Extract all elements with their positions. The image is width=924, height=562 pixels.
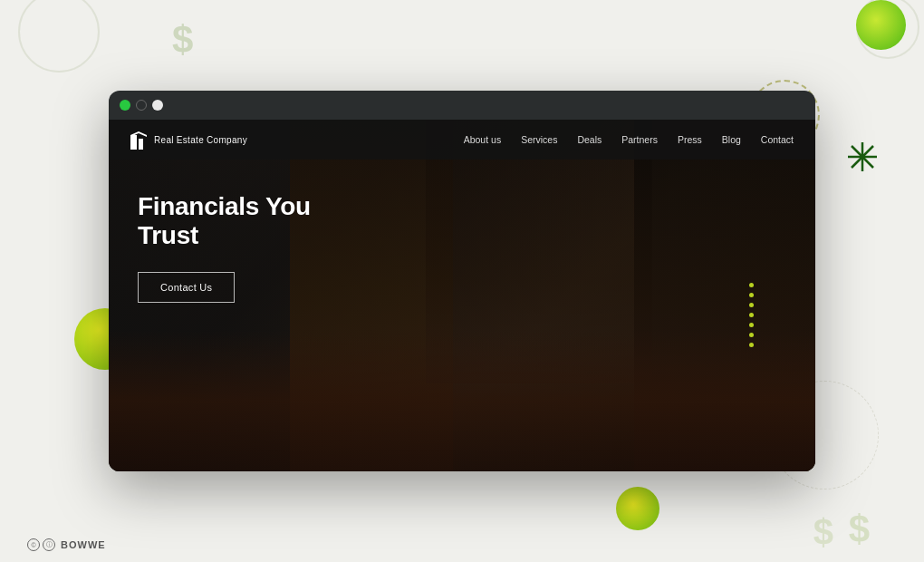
browser-chrome xyxy=(109,91,815,120)
nav-contact[interactable]: Contact xyxy=(761,134,794,145)
navbar: Real Estate Company About us Services De… xyxy=(109,120,815,160)
nav-press[interactable]: Press xyxy=(678,134,702,145)
dot-4 xyxy=(749,313,754,317)
dollar-sign-3: $ xyxy=(813,512,833,553)
dollar-sign-2: $ xyxy=(849,508,870,551)
dot-2 xyxy=(749,293,754,297)
hero-content: Financials You Trust Contact Us xyxy=(138,192,311,303)
dot-5 xyxy=(749,323,754,327)
traffic-light-yellow[interactable] xyxy=(136,100,147,111)
dot-1 xyxy=(749,283,754,287)
contact-us-button[interactable]: Contact Us xyxy=(138,272,235,303)
browser-window: Real Estate Company About us Services De… xyxy=(109,91,815,471)
starburst-decoration xyxy=(846,140,879,177)
nav-links: About us Services Deals Partners Press B… xyxy=(464,134,794,145)
traffic-light-green[interactable] xyxy=(120,100,130,111)
logo-icon xyxy=(130,130,149,150)
dot-6 xyxy=(749,333,754,337)
bowwe-footer: © ⓘ BOWWE xyxy=(27,538,106,551)
svg-line-2 xyxy=(852,146,873,168)
circle-outline-topright xyxy=(856,0,919,59)
svg-rect-4 xyxy=(130,135,137,150)
logo-area: Real Estate Company xyxy=(130,130,247,150)
info-icon: ⓘ xyxy=(43,538,55,551)
street-floor xyxy=(109,331,815,471)
green-circle-bottom xyxy=(616,487,659,530)
hero-title: Financials You Trust xyxy=(138,192,311,250)
nav-blog[interactable]: Blog xyxy=(722,134,741,145)
website-content: Real Estate Company About us Services De… xyxy=(109,120,815,471)
bowwe-brand: BOWWE xyxy=(61,539,106,550)
nav-partners[interactable]: Partners xyxy=(621,134,658,145)
circle-outline-topleft xyxy=(18,0,100,73)
dot-3 xyxy=(749,303,754,307)
svg-line-3 xyxy=(852,146,873,168)
copyright-icon: © xyxy=(27,538,40,551)
bowwe-icons: © ⓘ xyxy=(27,538,55,551)
nav-services[interactable]: Services xyxy=(521,134,557,145)
nav-deals[interactable]: Deals xyxy=(577,134,602,145)
dot-7 xyxy=(749,343,754,347)
company-name: Real Estate Company xyxy=(154,135,247,145)
traffic-light-white[interactable] xyxy=(152,100,163,111)
nav-about[interactable]: About us xyxy=(464,134,501,145)
green-circle-topright xyxy=(856,0,906,50)
dollar-sign-1: $ xyxy=(172,18,193,62)
svg-rect-5 xyxy=(139,139,143,150)
right-side-dots xyxy=(749,283,754,347)
